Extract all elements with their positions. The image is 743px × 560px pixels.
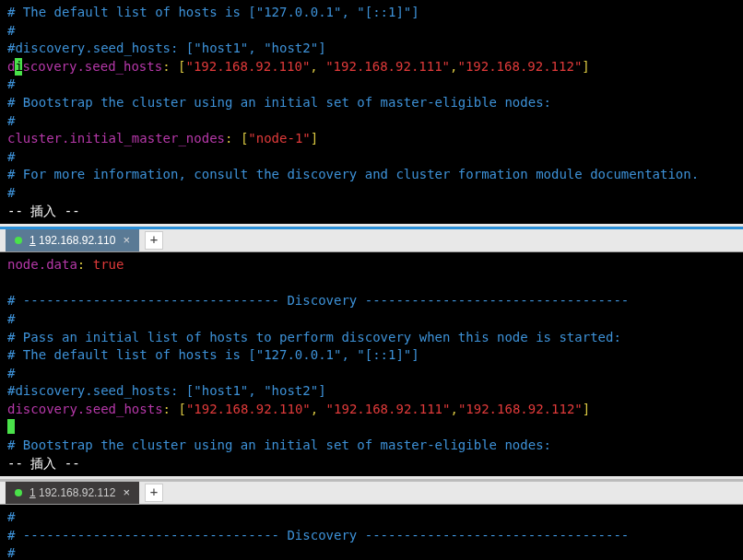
connection-status-icon <box>15 237 22 244</box>
connection-status-icon <box>15 489 22 496</box>
vim-mode-status: -- 插入 -- <box>7 203 736 221</box>
config-line: node.data: true <box>7 256 736 274</box>
tab-bar: 1 192.168.92.110 × + <box>0 227 743 252</box>
terminal-tab[interactable]: 1 192.168.92.112 × <box>6 482 139 504</box>
config-line: # <box>7 184 736 203</box>
cursor-line <box>7 418 736 437</box>
config-line: # <box>7 22 736 41</box>
config-line: # <box>7 76 736 94</box>
tab-label: 192.168.92.112 <box>36 486 116 499</box>
config-line: # --------------------------------- Disc… <box>7 292 736 310</box>
add-tab-button[interactable]: + <box>145 231 163 250</box>
config-line: # The default list of hosts is ["127.0.0… <box>7 346 736 365</box>
config-line: # <box>7 365 736 383</box>
add-tab-button[interactable]: + <box>145 484 163 502</box>
config-line: # <box>7 310 736 329</box>
tab-bar: 1 192.168.92.112 × + <box>0 479 743 505</box>
config-line: # Bootstrap the cluster using an initial… <box>7 437 736 455</box>
config-line: # Pass an initial list of hosts to perfo… <box>7 329 736 347</box>
config-line: # <box>7 112 736 131</box>
config-line: # The default list of hosts is ["127.0.0… <box>7 4 736 22</box>
tab-number: 1 <box>29 234 36 247</box>
terminal-pane-3[interactable]: # # --------------------------------- Di… <box>0 505 743 560</box>
config-line: discovery.seed_hosts: ["192.168.92.110",… <box>7 58 736 76</box>
tab-label: 192.168.92.110 <box>36 234 116 247</box>
cursor <box>7 419 15 434</box>
tab-number: 1 <box>29 486 36 499</box>
close-icon[interactable]: × <box>123 484 130 501</box>
close-icon[interactable]: × <box>123 232 130 249</box>
config-line: discovery.seed_hosts: ["192.168.92.110",… <box>7 401 736 419</box>
config-line: # For more information, consult the disc… <box>7 166 736 184</box>
vim-mode-status: -- 插入 -- <box>7 455 736 473</box>
terminal-tab[interactable]: 1 192.168.92.110 × <box>6 229 139 251</box>
config-line: # <box>7 148 736 167</box>
terminal-pane-2[interactable]: node.data: true # ----------------------… <box>0 252 743 476</box>
terminal-pane-1[interactable]: # The default list of hosts is ["127.0.0… <box>0 0 743 224</box>
config-line: cluster.initial_master_nodes: ["node-1"] <box>7 130 736 148</box>
config-line: # <box>7 544 736 560</box>
config-line <box>7 274 736 293</box>
config-line: # --------------------------------- Disc… <box>7 527 736 545</box>
config-line: # <box>7 508 736 527</box>
config-line: # Bootstrap the cluster using an initial… <box>7 94 736 112</box>
config-line: #discovery.seed_hosts: ["host1", "host2"… <box>7 382 736 401</box>
config-line: #discovery.seed_hosts: ["host1", "host2"… <box>7 40 736 58</box>
